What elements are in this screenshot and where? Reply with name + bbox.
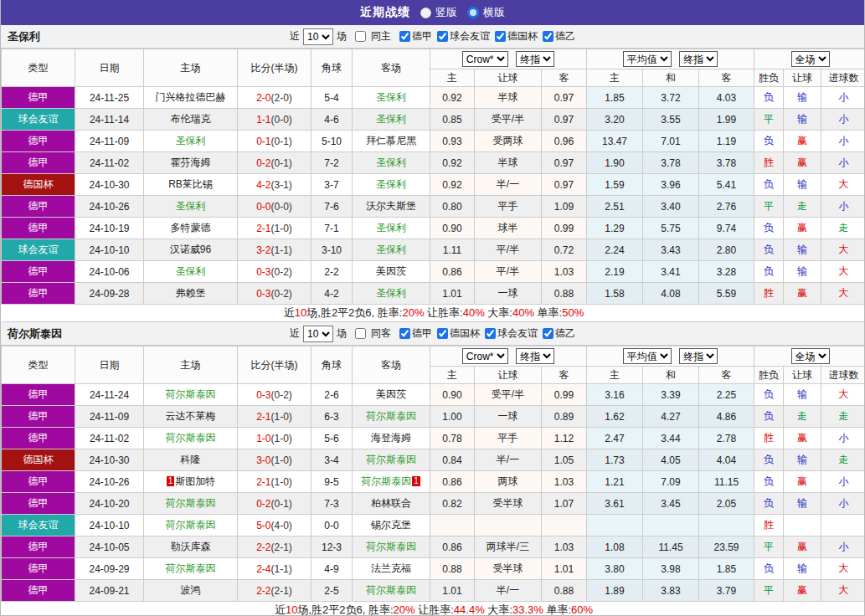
average-select[interactable]: 平均值 [623,51,672,67]
home-team-link[interactable]: RB莱比锡 [168,178,213,190]
result-cell: 负 [754,131,784,152]
results-table: 类型 日期 主场 比分(半场) 角球 客场 Crow* 终指 平均值 终指 [1,346,865,616]
league-checkbox[interactable] [437,328,448,339]
home-team-link[interactable]: 勒沃库森 [171,541,211,552]
home-team-cell: 布伦瑞克 [144,109,238,131]
avg-draw-cell: 3.44 [643,428,699,449]
home-team-link[interactable]: 荷尔斯泰因 [166,432,216,444]
home-team-link[interactable]: 荷尔斯泰因 [166,497,216,509]
home-team-link[interactable]: 圣保利 [176,135,206,146]
bookmaker-select[interactable]: Crow* [462,51,508,67]
home-team-link[interactable]: 布伦瑞克 [171,113,211,125]
final-odds-select[interactable]: 终指 [516,51,554,67]
away-team-cell: 拜仁慕尼黑 [353,131,430,152]
score-cell: 1-1(0-0) [238,109,312,131]
same-venue-checkbox[interactable] [355,328,366,339]
odds-handicap-cell: 平/半 [475,261,542,283]
league-filter-1[interactable]: 德甲 [394,29,432,44]
corner-cell: 6-3 [312,406,353,428]
home-team-link[interactable]: 荷尔斯泰因 [166,388,216,400]
league-checkbox[interactable] [495,31,506,42]
away-team-link[interactable]: 锡尔克堡 [371,519,411,531]
home-team-link[interactable]: 荷尔斯泰因 [166,562,216,574]
league-type-cell: 德甲 [2,218,75,239]
fullmatch-select[interactable]: 全场 [791,51,830,67]
away-team-link[interactable]: 圣保利 [376,222,406,234]
league-filter-1[interactable]: 德甲 [394,326,432,341]
league-checkbox[interactable] [399,31,410,42]
avg-draw-cell: 7.09 [643,471,699,493]
home-team-link[interactable]: 斯图加特 [175,475,215,487]
home-team-cell: 多特蒙德 [144,218,238,239]
result-cell: 负 [754,218,784,239]
league-filter-4[interactable]: 德乙 [538,326,575,341]
away-team-link[interactable]: 圣保利 [376,178,406,190]
away-team-link[interactable]: 荷尔斯泰因 [366,584,416,596]
away-team-link[interactable]: 圣保利 [376,157,406,168]
home-team-link[interactable]: 科隆 [181,454,201,465]
away-team-link[interactable]: 圣保利 [376,244,406,255]
league-filter-2[interactable]: 德国杯 [432,326,480,341]
radio-unselected-icon[interactable] [420,8,431,18]
league-filter-3[interactable]: 球会友谊 [480,326,538,341]
home-team-link[interactable]: 霍芬海姆 [171,157,211,168]
home-team-link[interactable]: 圣保利 [176,265,206,277]
avg-final-select[interactable]: 终指 [679,348,718,364]
avg-away-cell: 4.04 [699,449,754,471]
home-team-link[interactable]: 云达不莱梅 [166,410,216,422]
halftime-score: (0-0) [271,114,292,126]
home-team-link[interactable]: 门兴格拉德巴赫 [156,91,226,103]
league-checkbox[interactable] [399,328,410,339]
home-team-link[interactable]: 荷尔斯泰因 [166,519,216,531]
avg-final-select[interactable]: 终指 [679,51,718,67]
goals-result-cell: 走 [821,218,865,239]
avg-home-cell: 3.61 [587,493,643,515]
home-team-cell: 荷尔斯泰因 [144,558,238,580]
odds-away-cell: 1.03 [542,471,587,493]
away-team-link[interactable]: 圣保利 [376,287,406,299]
away-team-link[interactable]: 美因茨 [376,388,406,400]
col-score: 比分(半场) [238,49,312,87]
same-venue-checkbox[interactable] [355,31,366,42]
away-team-link[interactable]: 荷尔斯泰因 [361,475,411,487]
away-team-link[interactable]: 海登海姆 [371,432,411,444]
away-team-link[interactable]: 荷尔斯泰因 [366,454,416,465]
home-team-cell: 汉诺威96 [144,239,238,261]
league-checkbox[interactable] [485,328,496,339]
away-team-link[interactable]: 沃尔夫斯堡 [366,200,416,212]
away-team-link[interactable]: 法兰克福 [371,562,411,574]
away-team-link[interactable]: 拜仁慕尼黑 [366,135,416,146]
league-filters: 德甲德国杯球会友谊德乙 [394,326,575,341]
away-team-link[interactable]: 美因茨 [376,265,406,277]
bookmaker-select[interactable]: Crow* [462,348,508,364]
league-filter-2[interactable]: 球会友谊 [432,29,490,44]
home-team-link[interactable]: 圣保利 [176,200,206,212]
layout-radio-horizontal[interactable]: 横版 [467,5,505,20]
away-team-link[interactable]: 荷尔斯泰因 [366,410,416,422]
average-select[interactable]: 平均值 [623,348,672,364]
league-checkbox[interactable] [543,31,553,42]
league-checkbox[interactable] [543,328,553,339]
score-cell: 2-1(1-0) [238,218,312,239]
home-team-link[interactable]: 多特蒙德 [171,222,211,234]
radio-selected-icon[interactable] [467,7,479,18]
league-filter-3[interactable]: 德国杯 [490,29,538,44]
home-team-link[interactable]: 波鸿 [181,584,201,596]
away-team-cell: 美因茨 [353,384,430,406]
fullmatch-select[interactable]: 全场 [791,348,830,364]
away-team-link[interactable]: 荷尔斯泰因 [366,541,416,552]
home-team-link[interactable]: 汉诺威96 [170,244,211,255]
league-filter-4[interactable]: 德乙 [538,29,575,44]
away-team-link[interactable]: 柏林联合 [371,497,411,509]
avg-home-cell: 1.89 [587,580,643,602]
games-count-select[interactable]: 10 [303,326,333,342]
away-team-link[interactable]: 圣保利 [376,91,406,103]
games-count-select[interactable]: 10 [303,28,333,45]
corner-cell: 3-7 [312,174,353,196]
games-unit-label: 场 [337,29,347,44]
final-odds-select[interactable]: 终指 [516,348,554,364]
league-checkbox[interactable] [437,31,448,42]
home-team-link[interactable]: 弗赖堡 [176,287,206,299]
layout-radio-vertical[interactable]: 竖版 [420,5,457,20]
away-team-link[interactable]: 圣保利 [376,113,406,125]
